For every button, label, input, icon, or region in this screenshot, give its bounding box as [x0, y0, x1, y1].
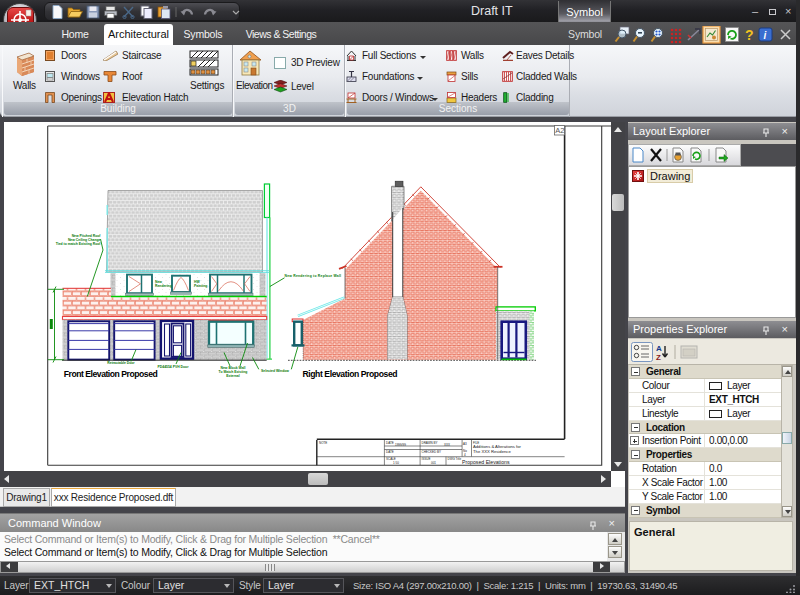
- svg-text:PD44554 PVH Door: PD44554 PVH Door: [158, 365, 190, 369]
- svg-text:DATE: DATE: [386, 450, 394, 454]
- svg-text:Retractable Door: Retractable Door: [107, 361, 135, 365]
- svg-text:The XXX Residence: The XXX Residence: [473, 449, 511, 454]
- svg-text:A2: A2: [555, 126, 564, 135]
- svg-text:DATE: DATE: [386, 441, 394, 445]
- svg-text:Z: Z: [656, 353, 661, 362]
- svg-text:Rendering: Rendering: [155, 284, 172, 288]
- svg-text:Selected Window: Selected Window: [261, 369, 289, 373]
- svg-text:A3: A3: [463, 442, 467, 446]
- svg-text:001: 001: [431, 461, 436, 465]
- svg-text:A: A: [656, 344, 662, 353]
- svg-text:?: ?: [745, 27, 754, 43]
- svg-text:Front Elevation Proposed: Front Elevation Proposed: [64, 369, 158, 379]
- svg-text:Painting: Painting: [194, 284, 207, 288]
- svg-text:1999/99: 1999/99: [395, 443, 406, 447]
- svg-text:CHECKED BY: CHECKED BY: [422, 450, 442, 454]
- svg-text:ISSUE: ISSUE: [422, 457, 431, 461]
- svg-text:New Rendering to Replace Wall: New Rendering to Replace Wall: [285, 274, 342, 278]
- svg-text:i: i: [764, 30, 767, 41]
- svg-text:Proposed Elevations: Proposed Elevations: [462, 459, 510, 465]
- svg-text:Tied to match Existing Roof: Tied to match Existing Roof: [56, 242, 102, 246]
- svg-text:DRAWN BY: DRAWN BY: [422, 441, 438, 445]
- svg-text:XXX: XXX: [444, 443, 450, 447]
- svg-text:NOTE: NOTE: [319, 441, 327, 445]
- svg-text:External: External: [226, 374, 239, 378]
- svg-text:1:50: 1:50: [393, 461, 399, 465]
- svg-text:DWG Title: DWG Title: [448, 457, 462, 461]
- svg-text:Right Elevation Proposed: Right Elevation Proposed: [303, 369, 398, 379]
